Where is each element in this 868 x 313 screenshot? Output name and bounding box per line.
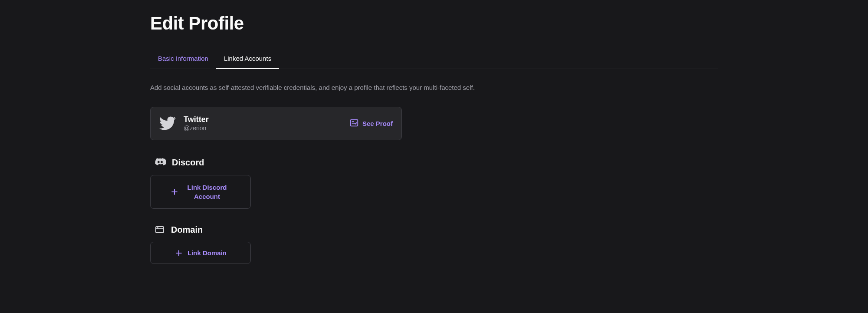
link-domain-label: Link Domain — [187, 248, 227, 257]
domain-section-header: Domain — [155, 224, 718, 235]
page-description: Add social accounts as self-attested ver… — [150, 83, 718, 93]
discord-section-header: Discord — [155, 157, 718, 168]
plus-icon — [170, 188, 179, 196]
domain-title: Domain — [171, 225, 203, 235]
twitter-title: Twitter — [184, 115, 209, 125]
twitter-handle: @zerion — [184, 124, 209, 132]
see-proof-label: See Proof — [362, 120, 393, 127]
discord-icon — [155, 157, 166, 168]
twitter-icon — [159, 115, 176, 132]
tab-linked-accounts[interactable]: Linked Accounts — [216, 49, 279, 69]
link-discord-label: Link Discord Account — [183, 183, 231, 201]
discord-title: Discord — [172, 158, 204, 168]
page-title: Edit Profile — [150, 13, 718, 34]
see-proof-button[interactable]: See Proof — [349, 118, 393, 129]
tabs: Basic Information Linked Accounts — [150, 49, 718, 69]
link-discord-button[interactable]: Link Discord Account — [150, 175, 251, 209]
link-domain-button[interactable]: Link Domain — [150, 242, 251, 264]
proof-check-icon — [349, 118, 359, 129]
plus-icon — [174, 249, 183, 257]
tab-basic-information[interactable]: Basic Information — [150, 49, 216, 69]
twitter-card: Twitter @zerion See Proof — [150, 107, 402, 141]
domain-icon — [155, 224, 165, 235]
